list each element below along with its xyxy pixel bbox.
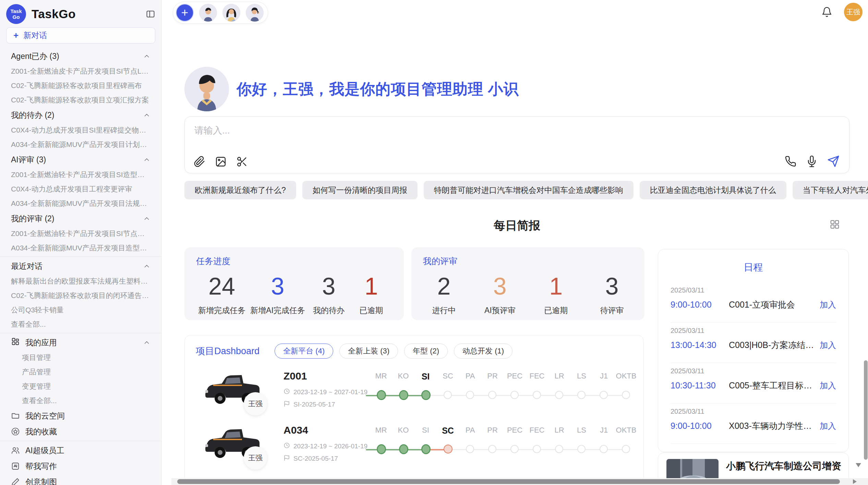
horizontal-scrollbar-track[interactable]	[171, 478, 868, 485]
cloud-space-icon	[11, 411, 20, 420]
agent-avatar-3[interactable]	[246, 4, 264, 22]
project-row[interactable]: 王强A0342023-12-19 ~ 2026-01-19SC-2025-05-…	[185, 420, 643, 474]
voice-call-icon[interactable]	[785, 156, 796, 167]
milestone-label: FEC	[526, 372, 548, 382]
stat-label: 已逾期	[537, 305, 575, 316]
sidebar-item-label: 创意制图	[25, 477, 57, 485]
sidebar-task-item[interactable]: A034-全新新能源MUV产品开发项目计划变更表编写	[6, 137, 155, 152]
project-dates-text: 2023-12-19 ~ 2026-01-19	[293, 443, 367, 450]
suggestion-chip[interactable]: 比亚迪全固态电池计划具体说了什么	[640, 181, 786, 199]
agent-avatar-2[interactable]	[222, 4, 240, 22]
sidebar-task-item[interactable]: A034-全新新能源MUV产品开发项目法规符合性评审	[6, 196, 155, 211]
stat-cell: 3AI预评审	[481, 272, 519, 316]
join-link[interactable]: 加入	[820, 340, 836, 351]
attachment-icon[interactable]	[194, 156, 205, 167]
milestone-label: PEC	[504, 426, 526, 436]
milestone-dot-pending	[555, 391, 563, 399]
topbar-right: 王强	[821, 3, 863, 21]
app-item[interactable]: 产品管理	[6, 365, 155, 379]
schedule-event: 2025/03/119:00-10:00X003-车辆动力学性能验...加入	[671, 403, 836, 444]
milestone-dot-pending	[466, 445, 474, 453]
new-chat-button[interactable]: + 新对话	[6, 27, 155, 43]
sidebar-task-item[interactable]: Z001-全新燃油皮卡产品开发项目SI节点Lesson Learn报告	[6, 64, 155, 78]
milestone-label: KO	[392, 372, 414, 382]
send-icon[interactable]	[827, 155, 840, 167]
recent-conversation-item[interactable]: 解释最新出台的欧盟报废车法规再生塑料比例被调至15%...	[6, 274, 155, 288]
user-avatar[interactable]: 王强	[844, 3, 863, 21]
vertical-scrollbar-thumb[interactable]	[864, 360, 868, 460]
event-date: 2025/03/11	[671, 286, 836, 294]
suggestion-chip[interactable]: 欧洲新规最近颁布了什么?	[184, 181, 296, 199]
logo-text-bottom: Go	[13, 14, 20, 20]
sidebar-section-header[interactable]: Agent已办 (3)	[6, 48, 155, 64]
project-dates: 2023-12-19 ~ 2026-01-19	[284, 442, 367, 450]
milestone-label: LR	[548, 426, 570, 436]
sidebar-my-apps-header[interactable]: 我的应用	[6, 335, 155, 350]
milestone-label: MR	[370, 426, 392, 436]
recent-conversation-item[interactable]: C02-飞腾新能源轻客改款项目的闭环通告反馈情况	[6, 288, 155, 303]
sidebar-section-header[interactable]: 我的评审 (2)	[6, 211, 155, 226]
image-upload-icon[interactable]	[215, 156, 227, 167]
add-agent-button[interactable]	[176, 4, 194, 22]
sidebar-task-item[interactable]: C0X4-动力总成开发项目工程变更评审	[6, 182, 155, 196]
chat-input[interactable]	[194, 124, 674, 144]
project-owner-badge: 王强	[244, 392, 267, 415]
horizontal-scrollbar-thumb[interactable]	[177, 479, 840, 484]
briefing-layout-icon[interactable]	[830, 219, 840, 231]
filter-pill[interactable]: 动总开发 (1)	[454, 344, 513, 359]
project-dashboard-title: 项目Dashboard	[196, 345, 260, 357]
filter-pill[interactable]: 年型 (2)	[404, 344, 448, 359]
sidebar-task-item[interactable]: Z001-全新燃油轻卡产品开发项目SI节点属性5D文件评审	[6, 226, 155, 241]
sidebar-item-write-helper[interactable]: 帮我写作	[6, 458, 155, 474]
suggestion-chip[interactable]: 当下年轻人对汽车外观有怎样的喜好趋势	[793, 181, 868, 199]
scroll-down-arrow[interactable]	[856, 463, 861, 467]
milestone-dot-pending	[510, 391, 519, 399]
stat-label: 我的待办	[310, 305, 348, 316]
stat-label: 新增AI完成任务	[250, 305, 305, 316]
sidebar-section-header[interactable]: AI评审 (3)	[6, 152, 155, 167]
notifications-bell-icon[interactable]	[821, 7, 832, 17]
schedule-event: 2025/03/1113:00-14:30C003|H0B-方案冻结评审加入	[671, 323, 836, 363]
join-link[interactable]: 加入	[820, 299, 836, 310]
app-item[interactable]: 项目管理	[6, 350, 155, 365]
suggestion-chip[interactable]: 特朗普可能对进口汽车增税会对中国车企造成哪些影响	[424, 181, 634, 199]
join-link[interactable]: 加入	[820, 380, 836, 391]
event-name: C005-整车工程目标评审	[729, 380, 816, 391]
stat-label: 已逾期	[352, 305, 390, 316]
assistant-avatar	[184, 67, 229, 111]
milestone-label: SI	[414, 426, 437, 436]
app-item[interactable]: 变更管理	[6, 379, 155, 394]
sidebar-item-favorites[interactable]: 我的收藏	[6, 424, 155, 439]
sidebar-item-creative-draw[interactable]: 创意制图	[6, 474, 155, 485]
agent-avatar-1[interactable]	[199, 4, 217, 22]
project-row[interactable]: 王强Z0012023-12-19 ~ 2027-01-19SI-2025-05-…	[185, 366, 643, 420]
milestone-dot-pending	[622, 445, 630, 453]
microphone-icon[interactable]	[806, 156, 818, 167]
sidebar-item-cloud-space[interactable]: 我的云空间	[6, 408, 155, 424]
sidebar-item-label: 帮我写作	[25, 461, 57, 472]
milestone-track: MRKOSISCPAPRPECFECLRLSJ1OKTB	[370, 366, 637, 420]
sidebar-task-item[interactable]: A034-全新新能源MUV产品开发项目造型可行性评审	[6, 241, 155, 255]
sidebar-task-item[interactable]: C02-飞腾新能源轻客改款项目立项汇报方案	[6, 93, 155, 107]
sidebar-recent-header[interactable]: 最近对话	[6, 258, 155, 274]
sidebar-section-header[interactable]: 我的待办 (2)	[6, 107, 155, 123]
view-all-apps[interactable]: 查看全部...	[6, 394, 155, 408]
join-link[interactable]: 加入	[820, 421, 836, 432]
milestone-dot-done	[421, 390, 431, 400]
sidebar-item-ai-staff[interactable]: AI超级员工	[6, 443, 155, 458]
news-title: 小鹏飞行汽车制造公司增资	[726, 460, 868, 473]
filter-pill[interactable]: 全新上装 (3)	[339, 344, 398, 359]
filter-pill[interactable]: 全新平台 (4)	[275, 344, 333, 359]
view-all-conversations[interactable]: 查看全部...	[6, 317, 155, 332]
sidebar-task-item[interactable]: C0X4-动力总成开发项目SI里程碑提交物检查	[6, 123, 155, 137]
recent-conversation-item[interactable]: 公司Q3轻卡销量	[6, 303, 155, 317]
scroll-right-arrow[interactable]	[853, 479, 857, 484]
sidebar-task-item[interactable]: C02-飞腾新能源轻客改款项目里程碑画布	[6, 78, 155, 93]
milestone-dot-done	[377, 444, 386, 454]
screenshot-icon[interactable]	[236, 156, 248, 167]
sidebar-task-item[interactable]: Z001-全新燃油轻卡产品开发项目SI造型提交物评审	[6, 167, 155, 182]
milestone-label: KO	[392, 426, 414, 436]
collapse-sidebar-icon[interactable]	[146, 9, 155, 19]
suggestion-chip[interactable]: 如何写一份清晰的项目周报	[302, 181, 418, 199]
section-title: 我的待办 (2)	[11, 110, 55, 121]
